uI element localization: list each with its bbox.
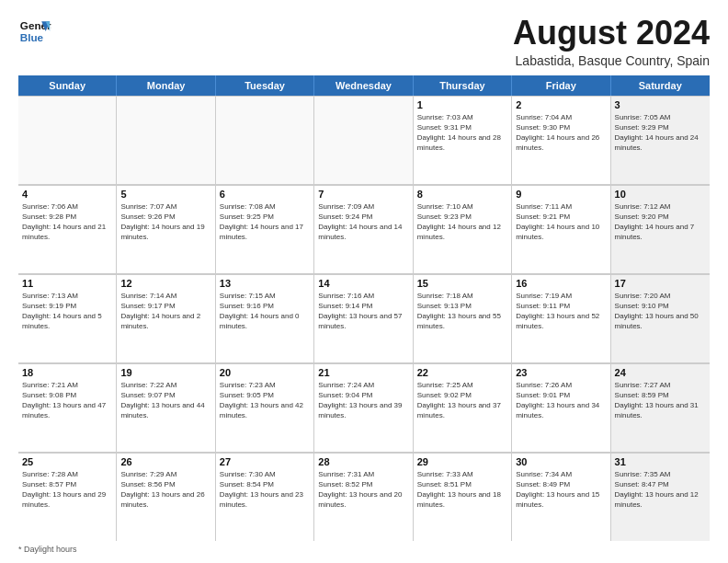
logo-icon: General Blue <box>18 15 51 48</box>
calendar-cell: 7Sunrise: 7:09 AM Sunset: 9:24 PM Daylig… <box>314 185 413 273</box>
cell-info: Sunrise: 7:26 AM Sunset: 9:01 PM Dayligh… <box>516 380 606 421</box>
calendar-week-row: 18Sunrise: 7:21 AM Sunset: 9:08 PM Dayli… <box>18 363 710 453</box>
day-number: 24 <box>615 367 706 378</box>
cell-info: Sunrise: 7:29 AM Sunset: 8:56 PM Dayligh… <box>120 469 210 511</box>
calendar-cell: 22Sunrise: 7:25 AM Sunset: 9:02 PM Dayli… <box>414 363 512 452</box>
calendar-cell: 2Sunrise: 7:04 AM Sunset: 9:30 PM Daylig… <box>512 96 610 184</box>
calendar-cell: 11Sunrise: 7:13 AM Sunset: 9:19 PM Dayli… <box>18 274 117 362</box>
weekday-header: Friday <box>512 75 610 96</box>
day-number: 11 <box>22 278 112 289</box>
day-number: 19 <box>120 367 210 378</box>
day-number: 6 <box>220 189 310 200</box>
logo: General Blue <box>18 15 51 48</box>
calendar-cell: 13Sunrise: 7:15 AM Sunset: 9:16 PM Dayli… <box>216 274 314 362</box>
cell-info: Sunrise: 7:31 AM Sunset: 8:52 PM Dayligh… <box>318 469 408 511</box>
cell-info: Sunrise: 7:22 AM Sunset: 9:07 PM Dayligh… <box>120 380 210 421</box>
day-number: 15 <box>417 278 507 289</box>
cell-info: Sunrise: 7:09 AM Sunset: 9:24 PM Dayligh… <box>318 201 408 243</box>
calendar-cell: 15Sunrise: 7:18 AM Sunset: 9:13 PM Dayli… <box>414 274 512 362</box>
day-number: 29 <box>417 456 507 467</box>
calendar-cell: 5Sunrise: 7:07 AM Sunset: 9:26 PM Daylig… <box>117 185 215 273</box>
calendar-cell: 1Sunrise: 7:03 AM Sunset: 9:31 PM Daylig… <box>414 96 512 184</box>
calendar-cell <box>18 96 117 184</box>
calendar-cell: 29Sunrise: 7:33 AM Sunset: 8:51 PM Dayli… <box>414 453 512 541</box>
weekday-header: Sunday <box>18 75 117 96</box>
calendar-cell: 20Sunrise: 7:23 AM Sunset: 9:05 PM Dayli… <box>216 363 314 452</box>
calendar-cell: 21Sunrise: 7:24 AM Sunset: 9:04 PM Dayli… <box>314 363 413 452</box>
calendar-cell: 6Sunrise: 7:08 AM Sunset: 9:25 PM Daylig… <box>216 185 314 273</box>
day-number: 28 <box>318 456 408 467</box>
calendar-cell: 26Sunrise: 7:29 AM Sunset: 8:56 PM Dayli… <box>117 453 215 541</box>
day-number: 2 <box>516 99 606 110</box>
calendar-cell: 3Sunrise: 7:05 AM Sunset: 9:29 PM Daylig… <box>611 96 710 184</box>
main-title: August 2024 <box>513 15 710 52</box>
cell-info: Sunrise: 7:14 AM Sunset: 9:17 PM Dayligh… <box>120 291 210 332</box>
calendar-cell: 9Sunrise: 7:11 AM Sunset: 9:21 PM Daylig… <box>512 185 610 273</box>
calendar-cell: 27Sunrise: 7:30 AM Sunset: 8:54 PM Dayli… <box>216 453 314 541</box>
weekday-header: Tuesday <box>216 75 314 96</box>
weekday-header: Wednesday <box>314 75 413 96</box>
calendar-body: 1Sunrise: 7:03 AM Sunset: 9:31 PM Daylig… <box>18 96 710 541</box>
calendar-cell: 8Sunrise: 7:10 AM Sunset: 9:23 PM Daylig… <box>414 185 512 273</box>
day-number: 23 <box>516 367 606 378</box>
cell-info: Sunrise: 7:28 AM Sunset: 8:57 PM Dayligh… <box>22 469 112 511</box>
cell-info: Sunrise: 7:18 AM Sunset: 9:13 PM Dayligh… <box>417 291 507 332</box>
cell-info: Sunrise: 7:20 AM Sunset: 9:10 PM Dayligh… <box>615 291 706 332</box>
cell-info: Sunrise: 7:12 AM Sunset: 9:20 PM Dayligh… <box>615 201 706 243</box>
cell-info: Sunrise: 7:03 AM Sunset: 9:31 PM Dayligh… <box>417 112 507 154</box>
header: General Blue August 2024 Labastida, Basq… <box>18 15 710 68</box>
footer-note: * Daylight hours <box>18 545 710 554</box>
day-number: 3 <box>615 99 706 110</box>
calendar-week-row: 11Sunrise: 7:13 AM Sunset: 9:19 PM Dayli… <box>18 274 710 363</box>
cell-info: Sunrise: 7:35 AM Sunset: 8:47 PM Dayligh… <box>615 469 706 511</box>
cell-info: Sunrise: 7:08 AM Sunset: 9:25 PM Dayligh… <box>220 201 310 243</box>
weekday-header: Saturday <box>611 75 710 96</box>
day-number: 22 <box>417 367 507 378</box>
weekday-header: Monday <box>117 75 215 96</box>
day-number: 18 <box>22 367 112 378</box>
cell-info: Sunrise: 7:04 AM Sunset: 9:30 PM Dayligh… <box>516 112 606 154</box>
calendar-week-row: 25Sunrise: 7:28 AM Sunset: 8:57 PM Dayli… <box>18 453 710 541</box>
weekday-header: Thursday <box>414 75 512 96</box>
calendar-cell <box>117 96 215 184</box>
day-number: 21 <box>318 367 408 378</box>
cell-info: Sunrise: 7:24 AM Sunset: 9:04 PM Dayligh… <box>318 380 408 421</box>
calendar-cell: 18Sunrise: 7:21 AM Sunset: 9:08 PM Dayli… <box>18 363 117 452</box>
calendar-cell <box>314 96 413 184</box>
calendar-cell: 14Sunrise: 7:16 AM Sunset: 9:14 PM Dayli… <box>314 274 413 362</box>
cell-info: Sunrise: 7:34 AM Sunset: 8:49 PM Dayligh… <box>516 469 606 511</box>
cell-info: Sunrise: 7:13 AM Sunset: 9:19 PM Dayligh… <box>22 291 112 332</box>
day-number: 13 <box>220 278 310 289</box>
title-block: August 2024 Labastida, Basque Country, S… <box>513 15 710 68</box>
calendar-cell: 17Sunrise: 7:20 AM Sunset: 9:10 PM Dayli… <box>611 274 710 362</box>
day-number: 31 <box>615 456 706 467</box>
calendar-week-row: 4Sunrise: 7:06 AM Sunset: 9:28 PM Daylig… <box>18 185 710 274</box>
calendar-cell: 28Sunrise: 7:31 AM Sunset: 8:52 PM Dayli… <box>314 453 413 541</box>
cell-info: Sunrise: 7:07 AM Sunset: 9:26 PM Dayligh… <box>120 201 210 243</box>
calendar-cell: 10Sunrise: 7:12 AM Sunset: 9:20 PM Dayli… <box>611 185 710 273</box>
cell-info: Sunrise: 7:27 AM Sunset: 8:59 PM Dayligh… <box>615 380 706 421</box>
day-number: 4 <box>22 189 112 200</box>
day-number: 14 <box>318 278 408 289</box>
day-number: 26 <box>120 456 210 467</box>
calendar-cell: 31Sunrise: 7:35 AM Sunset: 8:47 PM Dayli… <box>611 453 710 541</box>
day-number: 8 <box>417 189 507 200</box>
page: General Blue August 2024 Labastida, Basq… <box>0 0 728 563</box>
calendar-cell: 23Sunrise: 7:26 AM Sunset: 9:01 PM Dayli… <box>512 363 610 452</box>
cell-info: Sunrise: 7:33 AM Sunset: 8:51 PM Dayligh… <box>417 469 507 511</box>
cell-info: Sunrise: 7:06 AM Sunset: 9:28 PM Dayligh… <box>22 201 112 243</box>
calendar-cell: 16Sunrise: 7:19 AM Sunset: 9:11 PM Dayli… <box>512 274 610 362</box>
cell-info: Sunrise: 7:16 AM Sunset: 9:14 PM Dayligh… <box>318 291 408 332</box>
day-number: 10 <box>615 189 706 200</box>
cell-info: Sunrise: 7:10 AM Sunset: 9:23 PM Dayligh… <box>417 201 507 243</box>
calendar-cell: 30Sunrise: 7:34 AM Sunset: 8:49 PM Dayli… <box>512 453 610 541</box>
calendar-cell: 12Sunrise: 7:14 AM Sunset: 9:17 PM Dayli… <box>117 274 215 362</box>
day-number: 1 <box>417 99 507 110</box>
cell-info: Sunrise: 7:05 AM Sunset: 9:29 PM Dayligh… <box>615 112 706 154</box>
day-number: 27 <box>220 456 310 467</box>
day-number: 5 <box>120 189 210 200</box>
cell-info: Sunrise: 7:21 AM Sunset: 9:08 PM Dayligh… <box>22 380 112 421</box>
subtitle: Labastida, Basque Country, Spain <box>513 53 710 68</box>
cell-info: Sunrise: 7:23 AM Sunset: 9:05 PM Dayligh… <box>220 380 310 421</box>
calendar-week-row: 1Sunrise: 7:03 AM Sunset: 9:31 PM Daylig… <box>18 96 710 185</box>
